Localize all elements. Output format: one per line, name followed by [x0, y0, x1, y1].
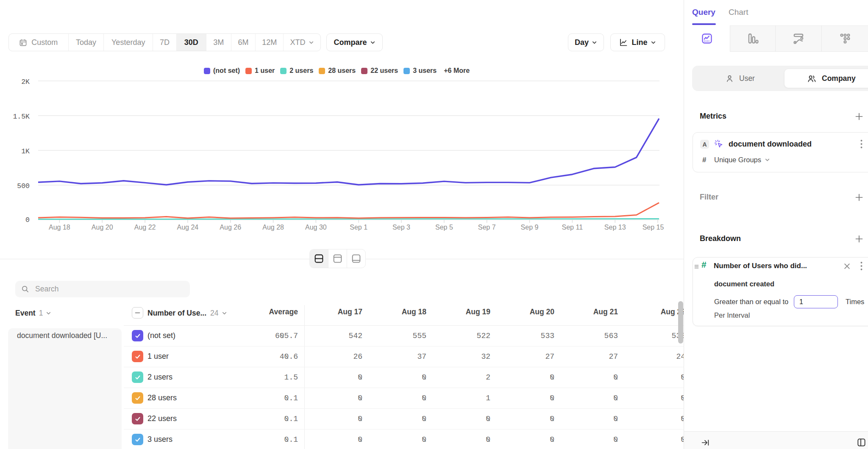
svg-text:Sep 5: Sep 5: [435, 224, 453, 231]
svg-text:1.5K: 1.5K: [13, 113, 30, 121]
svg-text:Sep 15: Sep 15: [643, 224, 664, 231]
svg-text:Sep 13: Sep 13: [604, 224, 626, 231]
svg-text:1K: 1K: [21, 147, 30, 155]
svg-text:Sep 3: Sep 3: [392, 224, 410, 231]
svg-text:Aug 30: Aug 30: [305, 224, 327, 231]
svg-text:Sep 9: Sep 9: [521, 224, 539, 231]
svg-text:Sep 7: Sep 7: [478, 224, 496, 231]
svg-text:500: 500: [17, 182, 30, 190]
svg-text:Aug 28: Aug 28: [262, 224, 284, 231]
svg-text:Sep 11: Sep 11: [562, 224, 583, 231]
svg-text:0: 0: [25, 216, 30, 224]
svg-text:Aug 20: Aug 20: [92, 224, 113, 231]
svg-text:Aug 18: Aug 18: [49, 224, 70, 231]
svg-text:Aug 24: Aug 24: [177, 224, 199, 231]
svg-text:2K: 2K: [21, 78, 30, 86]
svg-text:Aug 22: Aug 22: [134, 224, 156, 231]
svg-text:Sep 1: Sep 1: [350, 224, 367, 231]
svg-text:Aug 26: Aug 26: [220, 224, 241, 231]
